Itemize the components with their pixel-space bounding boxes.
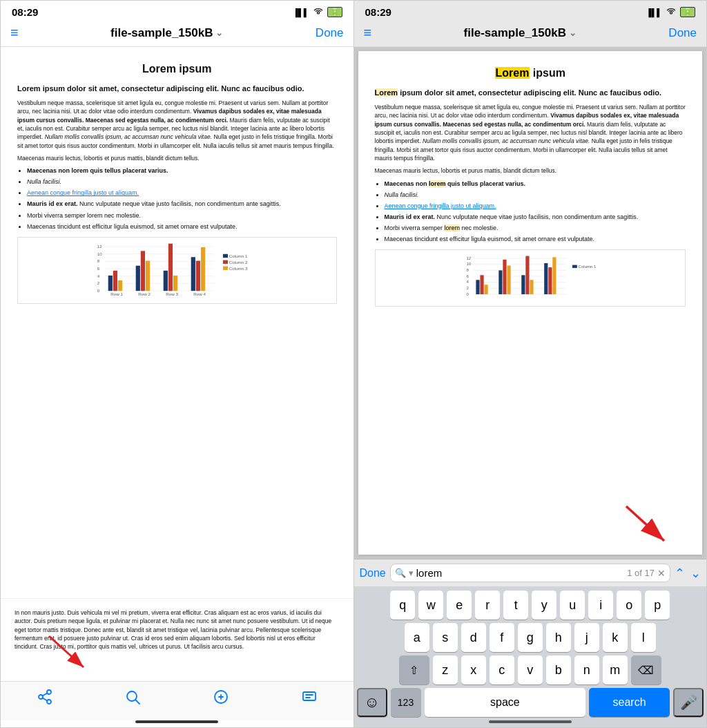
svg-text:8: 8 <box>466 268 469 272</box>
svg-rect-21 <box>168 243 173 290</box>
key-q[interactable]: q <box>390 591 415 620</box>
search-icon[interactable] <box>124 689 141 709</box>
key-c[interactable]: c <box>490 655 514 684</box>
left-nav-title: file-sample_150kB ⌄ <box>110 26 223 40</box>
svg-rect-67 <box>552 257 556 294</box>
markup-icon[interactable] <box>213 689 229 709</box>
key-z[interactable]: z <box>433 655 458 684</box>
key-o[interactable]: o <box>617 591 641 620</box>
mic-key[interactable]: 🎤 <box>673 688 704 717</box>
right-wifi-icon <box>666 7 677 17</box>
key-h[interactable]: h <box>546 623 571 652</box>
key-k[interactable]: k <box>603 623 628 652</box>
key-t[interactable]: t <box>503 591 528 620</box>
space-key[interactable]: space <box>425 688 586 717</box>
svg-rect-65 <box>544 263 548 294</box>
left-list-icon[interactable]: ≡ <box>10 25 19 41</box>
right-done-button[interactable]: Done <box>668 26 697 40</box>
comment-icon[interactable] <box>301 689 318 709</box>
signal-icon: ▐▌▌ <box>293 8 309 17</box>
key-e[interactable]: e <box>447 591 472 620</box>
left-red-arrow <box>42 633 97 674</box>
search-next-button[interactable]: ⌄ <box>690 566 701 581</box>
left-time: 08:29 <box>12 6 38 18</box>
right-nav-bar: ≡ file-sample_150kB ⌄ Done <box>354 21 707 47</box>
right-list-icon[interactable]: ≡ <box>364 25 372 41</box>
svg-text:2: 2 <box>97 280 100 285</box>
svg-rect-56 <box>476 280 479 294</box>
svg-text:4: 4 <box>466 280 469 284</box>
key-j[interactable]: j <box>574 623 599 652</box>
svg-rect-30 <box>223 253 228 257</box>
right-doc-p2: Maecenas mauris lectus, lobortis et puru… <box>375 166 686 175</box>
key-u[interactable]: u <box>560 591 585 620</box>
key-w[interactable]: w <box>418 591 443 620</box>
key-x[interactable]: x <box>461 655 486 684</box>
left-toolbar <box>1 681 354 720</box>
key-m[interactable]: m <box>603 655 628 684</box>
right-phone: 08:29 ▐▌▌ 🔋 ≡ file-sample_150kB ⌄ Done L… <box>354 0 708 728</box>
key-p[interactable]: p <box>645 591 670 620</box>
backspace-key[interactable]: ⌫ <box>631 655 661 684</box>
right-battery-icon: 🔋 <box>680 7 695 17</box>
share-icon[interactable] <box>37 689 53 709</box>
doc-h2: Lorem ipsum dolor sit amet, consectetur … <box>17 84 337 95</box>
key-n[interactable]: n <box>574 655 599 684</box>
keyboard-row-4: ☺ 123 space search 🎤 <box>357 688 704 717</box>
search-glass-icon: 🔍 <box>395 568 406 578</box>
search-done-button[interactable]: Done <box>360 567 386 579</box>
svg-rect-32 <box>223 260 228 263</box>
svg-rect-25 <box>201 247 205 291</box>
key-l[interactable]: l <box>631 623 656 652</box>
search-key[interactable]: search <box>589 688 670 717</box>
svg-rect-24 <box>196 260 200 291</box>
right-nav-chevron: ⌄ <box>569 28 577 38</box>
shift-key[interactable]: ⇧ <box>399 655 429 684</box>
search-clear-button[interactable]: ✕ <box>657 568 666 579</box>
left-done-button[interactable]: Done <box>316 26 344 40</box>
svg-text:4: 4 <box>97 273 100 278</box>
keyboard-row-1: q w e r t y u i o p <box>357 591 704 620</box>
left-status-bar: 08:29 ▐▌▌ 🔋 <box>1 1 354 21</box>
svg-text:Column 1: Column 1 <box>578 265 597 269</box>
search-text-input[interactable] <box>416 567 624 579</box>
search-prev-button[interactable]: ⌃ <box>675 566 685 581</box>
svg-text:10: 10 <box>466 262 471 266</box>
svg-text:Column 1: Column 1 <box>229 253 248 258</box>
key-s[interactable]: s <box>433 623 458 652</box>
svg-text:6: 6 <box>97 265 100 270</box>
svg-text:2: 2 <box>466 286 469 290</box>
left-doc-page: Lorem ipsum Lorem ipsum dolor sit amet, … <box>1 47 354 594</box>
key-v[interactable]: v <box>518 655 543 684</box>
doc-p1: Vestibulum neque massa, scelerisque sit … <box>17 99 337 150</box>
left-status-icons: ▐▌▌ 🔋 <box>293 7 342 17</box>
svg-text:Row 2: Row 2 <box>138 291 151 296</box>
svg-text:0: 0 <box>97 287 100 292</box>
chart-svg: 12 10 8 6 4 2 0 <box>22 242 332 297</box>
svg-rect-60 <box>503 260 506 294</box>
key-r[interactable]: r <box>475 591 500 620</box>
key-a[interactable]: a <box>405 623 429 652</box>
svg-text:6: 6 <box>466 274 469 278</box>
keyboard-row-3: ⇧ z x c v b n m ⌫ <box>357 655 704 684</box>
search-dropdown-arrow[interactable]: ▾ <box>409 568 414 578</box>
key-f[interactable]: f <box>490 623 514 652</box>
svg-line-37 <box>49 636 84 667</box>
right-doc-page: Lorem ipsum Lorem ipsum dolor sit amet, … <box>358 51 703 555</box>
right-chart: 12 10 8 6 4 2 0 <box>375 249 686 307</box>
key-y[interactable]: y <box>532 591 556 620</box>
right-search-bar: Done 🔍 ▾ 1 of 17 ✕ ⌃ ⌄ <box>354 559 707 586</box>
svg-rect-62 <box>521 275 525 294</box>
left-doc-page2: In non mauris justo. Duis vehicula mi ve… <box>1 598 354 681</box>
svg-text:10: 10 <box>97 251 102 256</box>
emoji-key[interactable]: ☺ <box>357 688 387 717</box>
svg-rect-41 <box>303 692 316 700</box>
key-i[interactable]: i <box>588 591 613 620</box>
svg-rect-23 <box>191 257 195 291</box>
num-key[interactable]: 123 <box>391 688 421 717</box>
key-b[interactable]: b <box>546 655 571 684</box>
key-g[interactable]: g <box>518 623 543 652</box>
svg-text:0: 0 <box>466 292 469 296</box>
key-d[interactable]: d <box>461 623 486 652</box>
svg-rect-59 <box>498 270 502 294</box>
